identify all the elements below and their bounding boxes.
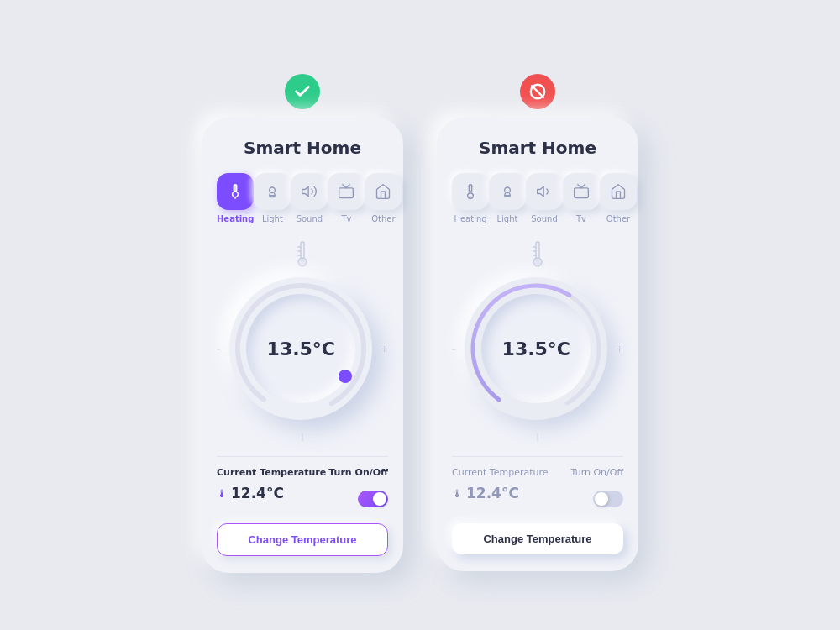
info-row-inactive: Current Temperature Turn On/Off: [452, 467, 623, 478]
dial-active[interactable]: 13.5°C: [229, 277, 372, 420]
svg-point-23: [533, 258, 542, 266]
change-temp-btn-inactive[interactable]: Change Temperature: [452, 523, 623, 554]
dial-bottom-tick: |: [301, 433, 303, 441]
tab-sound-active[interactable]: Sound: [291, 173, 328, 223]
dial-inactive-ctrl[interactable]: 13.5°C: [465, 277, 607, 420]
toggle-inactive[interactable]: [593, 491, 623, 507]
toggle-active[interactable]: [358, 491, 388, 507]
dial-low-mark-inactive: –: [452, 344, 456, 354]
tab-sound-inactive[interactable]: Sound: [526, 173, 563, 223]
phone-inactive-title: Smart Home: [452, 138, 623, 158]
toggle-knob-inactive: [595, 492, 608, 506]
svg-point-1: [270, 187, 276, 193]
dial-bg-inactive: 13.5°C: [465, 277, 607, 420]
phone-card-active: Smart Home Heating: [202, 118, 403, 573]
tab-other-inactive[interactable]: Other: [600, 173, 637, 223]
tab-icon-heating-off: [452, 173, 489, 210]
dial-low-mark-active: –: [217, 344, 221, 354]
svg-rect-22: [536, 242, 539, 259]
tab-label-sound-active: Sound: [297, 214, 323, 223]
toggle-label-inactive: Turn On/Off: [571, 467, 623, 478]
tab-other-active[interactable]: Other: [365, 173, 402, 223]
phone-inactive-wrapper: Smart Home Heating: [437, 74, 638, 571]
dial-bottom-tick-inactive: |: [536, 433, 538, 441]
tab-heating-inactive[interactable]: Heating: [452, 173, 489, 223]
temp-toggle-row-active: 🌡 12.4°C: [217, 485, 388, 513]
tab-icon-other: [365, 173, 402, 210]
tab-tv-active[interactable]: Tv: [328, 173, 365, 223]
thermo-small-inactive: 🌡: [452, 487, 463, 500]
tab-label-other-active: Other: [371, 214, 395, 223]
tab-icon-tv-off: [563, 173, 600, 210]
dial-high-mark-active: +: [381, 344, 388, 354]
svg-point-13: [339, 370, 352, 383]
current-temp-val-active: 12.4°C: [231, 485, 284, 501]
tab-icon-sound-off: [526, 173, 563, 210]
dial-section-active: –: [217, 240, 388, 443]
toggle-label-active: Turn On/Off: [328, 467, 388, 478]
tab-icon-light-off: [489, 173, 526, 210]
tab-icon-tv: [328, 173, 365, 210]
status-icon-active: [285, 74, 320, 109]
svg-point-28: [465, 277, 607, 420]
dial-bg-active: 13.5°C: [229, 277, 372, 420]
bottom-info-active: Current Temperature Turn On/Off 🌡 12.4°C: [217, 456, 388, 513]
svg-rect-16: [469, 185, 471, 192]
tab-bar-active: Heating Light: [217, 173, 388, 223]
phone-card-inactive: Smart Home Heating: [437, 118, 638, 571]
tab-label-other-inactive: Other: [606, 214, 630, 223]
svg-rect-5: [339, 188, 354, 198]
tab-label-tv-inactive: Tv: [576, 214, 586, 223]
svg-point-17: [468, 193, 474, 199]
svg-point-7: [298, 258, 307, 266]
change-temp-btn-active[interactable]: Change Temperature: [217, 523, 388, 556]
main-container: Smart Home Heating: [202, 57, 638, 573]
tab-label-tv-active: Tv: [341, 214, 351, 223]
tab-icon-other-off: [600, 173, 637, 210]
tab-light-inactive[interactable]: Light: [489, 173, 526, 223]
tab-label-light-active: Light: [262, 214, 283, 223]
tab-bar-inactive: Heating Light: [452, 173, 623, 223]
dial-section-inactive: –: [452, 240, 623, 443]
toggle-knob-active: [373, 492, 386, 506]
svg-line-15: [532, 86, 543, 97]
phone-active-title: Smart Home: [217, 138, 388, 158]
dial-high-mark-inactive: +: [617, 344, 623, 354]
current-temp-row-inactive: 🌡 12.4°C: [452, 485, 519, 501]
svg-marker-20: [538, 186, 544, 197]
tab-icon-sound: [291, 173, 328, 210]
tab-icon-heating: [217, 173, 254, 210]
tab-label-light-inactive: Light: [497, 214, 518, 223]
current-temp-row-active: 🌡 12.4°C: [217, 485, 284, 501]
tab-heating-active[interactable]: Heating: [217, 173, 254, 223]
svg-point-11: [229, 277, 372, 420]
thermo-top-active: [295, 240, 310, 272]
svg-point-18: [505, 187, 511, 193]
tab-label-sound-inactive: Sound: [531, 214, 558, 223]
current-temp-label-active: Current Temperature: [217, 467, 326, 478]
info-row-active: Current Temperature Turn On/Off: [217, 467, 388, 478]
tab-tv-inactive[interactable]: Tv: [563, 173, 600, 223]
tab-label-heating-inactive: Heating: [454, 214, 486, 223]
svg-marker-4: [302, 186, 309, 197]
svg-rect-6: [301, 242, 304, 259]
thermo-small-active: 🌡: [217, 487, 228, 500]
svg-rect-21: [575, 188, 589, 198]
tab-icon-light: [254, 173, 291, 210]
bottom-info-inactive: Current Temperature Turn On/Off 🌡 12.4°C: [452, 456, 623, 513]
svg-point-27: [465, 277, 607, 420]
dial-arc-svg-inactive: [465, 277, 607, 420]
temp-toggle-row-inactive: 🌡 12.4°C: [452, 485, 623, 513]
status-icon-inactive: [520, 74, 555, 109]
dial-arc-svg-active: [229, 277, 372, 420]
current-temp-val-inactive: 12.4°C: [466, 485, 519, 501]
current-temp-label-inactive: Current Temperature: [452, 467, 549, 478]
phone-active-wrapper: Smart Home Heating: [202, 74, 403, 573]
tab-light-active[interactable]: Light: [254, 173, 291, 223]
thermo-top-inactive: [530, 240, 545, 272]
tab-label-heating-active: Heating: [217, 214, 254, 223]
